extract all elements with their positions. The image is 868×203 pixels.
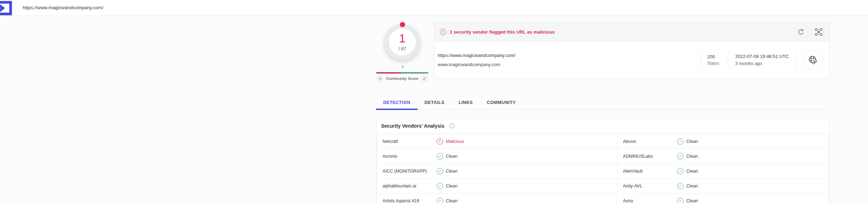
- table-row: Artists Against 419✓CleanAvira✓Clean: [377, 193, 828, 203]
- vendor-result: ✓Clean: [437, 198, 458, 203]
- report-domain[interactable]: www.magicwandcompany.com: [438, 62, 701, 67]
- verdict-text: 1 security vendor flagged this URL as ma…: [450, 29, 555, 35]
- clean-check-icon: ✓: [437, 168, 443, 174]
- http-status-label: Status: [707, 61, 728, 66]
- vendor-result: ✓Clean: [437, 168, 458, 174]
- vendor-result: ✓Clean: [677, 183, 698, 189]
- malicious-alert-icon: !: [437, 138, 443, 145]
- url-report-card: ! 1 security vendor flagged this URL as …: [434, 22, 830, 79]
- tab-details[interactable]: DETAILS: [418, 95, 452, 110]
- clean-check-icon: ✓: [437, 153, 443, 160]
- vendor-result-label: Clean: [446, 169, 458, 174]
- url-globe-icon: [803, 50, 823, 70]
- clean-check-icon: ✓: [677, 138, 683, 145]
- vendor-result-label: Malicious: [446, 139, 464, 144]
- downvote-icon[interactable]: ×: [376, 75, 384, 82]
- vendor-name: Artists Against 419: [377, 198, 437, 203]
- virustotal-logo[interactable]: [0, 0, 15, 17]
- vendor-name: Abusix: [618, 139, 677, 144]
- vendor-result-label: Clean: [446, 198, 458, 203]
- vendor-result-label: Clean: [686, 154, 698, 159]
- score-marker-dot: [400, 22, 405, 27]
- report-tabs: DETECTION DETAILS LINKS COMMUNITY: [376, 95, 830, 110]
- graph-explorer-icon[interactable]: [815, 28, 822, 36]
- clean-check-icon: ✓: [677, 168, 683, 174]
- table-row: Acronis✓CleanADMINUSLabs✓Clean: [377, 149, 828, 164]
- http-status-value: 200: [707, 54, 728, 59]
- vendor-result: ✓Clean: [437, 153, 458, 160]
- reanalyze-icon[interactable]: [797, 28, 804, 35]
- detection-section: Security Vendors' Analysis i Netcraft!Ma…: [376, 118, 830, 203]
- vendor-result: !Malicious: [437, 138, 464, 145]
- community-score-help[interactable]: ?: [376, 65, 429, 70]
- table-row: AICC (MONITORAPP)✓CleanAlienVault✓Clean: [377, 164, 828, 179]
- clean-check-icon: ✓: [437, 198, 443, 203]
- vendor-result: ✓Clean: [677, 168, 698, 174]
- clean-check-icon: ✓: [677, 198, 683, 203]
- vendor-result-label: Clean: [446, 154, 458, 159]
- score-positives: 1: [389, 33, 416, 44]
- community-bar-negative: [376, 72, 401, 74]
- vendor-result-label: Clean: [686, 184, 698, 188]
- detection-score-widget: 1 / 87 ? × Community Score ✓: [376, 21, 429, 82]
- vendor-result: ✓Clean: [677, 198, 698, 203]
- vendor-name: AICC (MONITORAPP): [377, 169, 437, 174]
- vendor-result-label: Clean: [686, 139, 698, 144]
- vendor-result: ✓Clean: [677, 138, 698, 145]
- browser-topbar: https://www.magicwandcompany.com/: [0, 0, 868, 16]
- vendor-result: ✓Clean: [437, 183, 458, 189]
- report-url[interactable]: https://www.magicwandcompany.com/: [438, 53, 701, 58]
- vendor-result: ✓Clean: [677, 153, 698, 160]
- info-icon[interactable]: i: [449, 123, 454, 128]
- table-row: alphaMountain.ai✓CleanAntiy-AVL✓Clean: [377, 179, 828, 193]
- clean-check-icon: ✓: [437, 183, 443, 189]
- section-title: Security Vendors' Analysis: [381, 123, 444, 129]
- score-total: / 87: [389, 46, 416, 51]
- score-ring: 1 / 87: [384, 24, 420, 60]
- search-url-input[interactable]: https://www.magicwandcompany.com/: [23, 5, 103, 10]
- vendor-result-label: Clean: [446, 184, 458, 188]
- alert-circle-icon: !: [440, 29, 446, 35]
- vendor-table: Netcraft!MaliciousAbusix✓CleanAcronis✓Cl…: [377, 134, 829, 203]
- report-card-body: https://www.magicwandcompany.com/ www.ma…: [434, 42, 829, 78]
- table-row: Netcraft!MaliciousAbusix✓Clean: [377, 134, 828, 149]
- vendor-name: ADMINUSLabs: [618, 154, 677, 159]
- clean-check-icon: ✓: [677, 153, 683, 160]
- last-analysis-date: 2022-07-08 19:46:51 UTC: [735, 54, 795, 59]
- vendor-result-label: Clean: [686, 198, 698, 203]
- tab-detection[interactable]: DETECTION: [376, 95, 418, 110]
- vendor-result-label: Clean: [686, 169, 698, 174]
- vendor-name: alphaMountain.ai: [377, 184, 437, 188]
- community-score-label: Community Score: [386, 76, 418, 81]
- vendor-name: Acronis: [377, 154, 437, 159]
- report-card-header: ! 1 security vendor flagged this URL as …: [434, 22, 829, 42]
- vendor-name: Avira: [618, 198, 677, 203]
- vendor-name: Netcraft: [377, 139, 437, 144]
- clean-check-icon: ✓: [677, 183, 683, 189]
- vendor-name: AlienVault: [618, 169, 677, 174]
- tab-links[interactable]: LINKS: [452, 95, 480, 110]
- community-bar-positive: [401, 72, 429, 74]
- community-score-bar: [376, 72, 429, 74]
- vendor-name: Antiy-AVL: [618, 184, 677, 188]
- upvote-icon[interactable]: ✓: [421, 75, 429, 82]
- tab-community[interactable]: COMMUNITY: [480, 95, 523, 110]
- last-analysis-relative: 3 months ago: [735, 61, 795, 66]
- score-gauge: 1 / 87: [384, 24, 420, 60]
